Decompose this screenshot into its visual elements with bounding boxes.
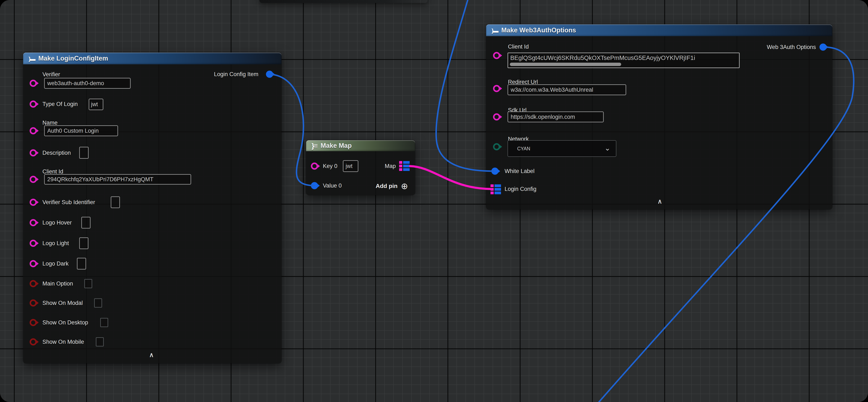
verifier-pin[interactable] xyxy=(30,80,37,87)
node-header[interactable]: Make LoginConfigItem xyxy=(23,53,281,64)
name-input[interactable] xyxy=(44,125,118,136)
logo-dark-pin[interactable] xyxy=(30,260,37,267)
node-make-web3authoptions[interactable]: Make Web3AuthOptions Client Id BEglQSgt4… xyxy=(486,24,832,209)
verifier-label: Verifier xyxy=(42,71,60,78)
verifier-sub-identifier-input[interactable] xyxy=(111,196,120,208)
description-pin[interactable] xyxy=(30,149,37,156)
make-map-icon xyxy=(312,142,317,150)
chevron-down-icon xyxy=(604,144,611,152)
make-struct-icon xyxy=(492,26,498,34)
show-on-modal-checkbox[interactable] xyxy=(94,298,102,308)
verifier-input[interactable] xyxy=(44,78,131,89)
show-on-desktop-pin[interactable] xyxy=(30,319,37,326)
verifier-sub-identifier-label: Verifier Sub Identifier xyxy=(42,199,95,206)
make-struct-icon xyxy=(29,54,35,62)
blueprint-graph-canvas[interactable]: Make LoginConfigItem Verifier Login Conf… xyxy=(0,0,868,402)
wire-map-to-loginconfig[interactable] xyxy=(410,166,492,189)
value0-pin[interactable] xyxy=(311,182,318,189)
key0-pin[interactable] xyxy=(311,163,318,170)
logo-hover-input[interactable] xyxy=(81,217,91,229)
main-option-pin[interactable] xyxy=(30,280,37,287)
logo-light-input[interactable] xyxy=(79,237,88,249)
description-input[interactable] xyxy=(79,147,89,159)
show-on-mobile-pin[interactable] xyxy=(30,338,37,345)
map-output-pin[interactable] xyxy=(399,161,410,171)
main-option-checkbox[interactable] xyxy=(84,279,92,288)
show-on-mobile-checkbox[interactable] xyxy=(96,337,104,346)
sdk-url-pin[interactable] xyxy=(493,113,500,120)
network-pin[interactable] xyxy=(493,143,500,150)
client-id-pin[interactable] xyxy=(30,176,37,183)
web3auth-options-output-label: Web 3Auth Options xyxy=(767,44,816,51)
map-output-label: Map xyxy=(384,163,396,169)
node-header[interactable]: Make Web3AuthOptions xyxy=(486,24,832,36)
node-title: Make LoginConfigItem xyxy=(38,55,108,62)
key0-input[interactable] xyxy=(343,160,359,172)
value0-label: Value 0 xyxy=(323,182,342,189)
collapse-node-button[interactable] xyxy=(657,198,662,205)
node-make-loginconfigitem[interactable]: Make LoginConfigItem Verifier Login Conf… xyxy=(23,53,281,363)
node-header[interactable]: Make Map xyxy=(306,140,415,151)
network-dropdown[interactable]: CYAN xyxy=(507,140,616,157)
sdk-url-input[interactable] xyxy=(507,111,604,122)
redirect-url-pin[interactable] xyxy=(493,85,500,92)
show-on-desktop-checkbox[interactable] xyxy=(100,318,108,327)
show-on-modal-pin[interactable] xyxy=(30,299,37,307)
logo-hover-label: Logo Hover xyxy=(42,219,72,226)
client-id-pin[interactable] xyxy=(493,52,500,59)
login-config-item-output-pin[interactable] xyxy=(266,70,273,78)
redirect-url-input[interactable] xyxy=(507,84,626,95)
login-config-pin[interactable] xyxy=(491,184,501,194)
network-selected-value: CYAN xyxy=(517,146,530,151)
client-id-label: Client Id xyxy=(508,43,529,50)
client-id-scrollbar[interactable] xyxy=(510,63,621,66)
offscreen-node-top[interactable] xyxy=(259,0,428,3)
white-label-label: White Label xyxy=(504,168,535,174)
logo-dark-label: Logo Dark xyxy=(42,260,69,267)
add-pin-plus-icon xyxy=(401,182,408,190)
node-make-map[interactable]: Make Map Key 0 Map Value 0 Add pin xyxy=(306,140,415,195)
logo-hover-pin[interactable] xyxy=(30,219,37,226)
main-option-label: Main Option xyxy=(42,280,73,287)
logo-dark-input[interactable] xyxy=(77,258,86,269)
verifier-sub-identifier-pin[interactable] xyxy=(30,199,37,206)
add-pin-label: Add pin xyxy=(376,183,398,190)
client-id-input[interactable] xyxy=(44,174,191,184)
collapse-node-button[interactable] xyxy=(149,351,154,358)
type-of-login-label: Type Of Login xyxy=(42,101,78,108)
node-title: Make Map xyxy=(320,142,352,149)
description-label: Description xyxy=(42,149,71,156)
node-title: Make Web3AuthOptions xyxy=(501,27,576,34)
login-config-label: Login Config xyxy=(504,185,536,192)
logo-light-label: Logo Light xyxy=(42,240,69,247)
login-config-item-output-label: Login Config Item xyxy=(214,71,258,78)
show-on-mobile-label: Show On Mobile xyxy=(42,339,84,345)
key0-label: Key 0 xyxy=(323,163,337,169)
name-pin[interactable] xyxy=(30,127,37,134)
type-of-login-input[interactable] xyxy=(89,98,103,110)
web3auth-options-output-pin[interactable] xyxy=(819,44,827,51)
show-on-modal-label: Show On Modal xyxy=(42,299,83,306)
wire-top-to-whitelabel[interactable] xyxy=(436,0,494,171)
show-on-desktop-label: Show On Desktop xyxy=(42,319,88,326)
client-id-value: BEglQSgt4cUWcj6SKRdu5QkOXTsePmMcusG5EAoy… xyxy=(510,54,738,61)
client-id-input[interactable]: BEglQSgt4cUWcj6SKRdu5QkOXTsePmMcusG5EAoy… xyxy=(507,53,740,68)
white-label-pin[interactable] xyxy=(491,168,498,175)
logo-light-pin[interactable] xyxy=(30,240,37,247)
type-of-login-pin[interactable] xyxy=(30,100,37,108)
add-pin-button[interactable]: Add pin xyxy=(376,182,408,190)
